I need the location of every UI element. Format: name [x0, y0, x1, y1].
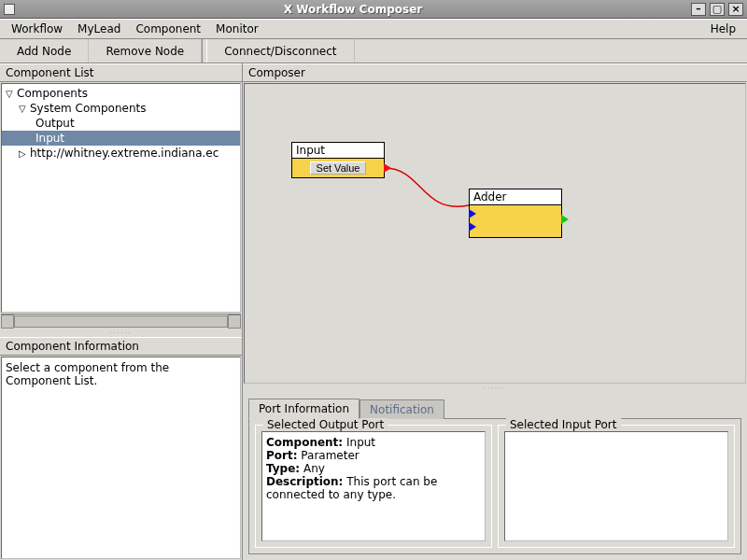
close-button[interactable]: ×	[728, 3, 743, 16]
port-information-panel: Selected Output Port Component: Input Po…	[248, 418, 741, 554]
composer-canvas[interactable]: Input Set Value Adder	[244, 83, 746, 384]
port-input-blue-icon[interactable]	[469, 209, 476, 218]
right-split-sash[interactable]: ······	[243, 385, 747, 392]
tree-item-whitney[interactable]: ▷http://whitney.extreme.indiana.ec	[2, 146, 240, 161]
selected-input-port-fieldset: Selected Input Port	[498, 425, 735, 548]
chevron-down-icon[interactable]: ▽	[19, 104, 28, 114]
tree-item-output[interactable]: Output	[2, 116, 240, 131]
port-input-blue-icon[interactable]	[469, 222, 476, 231]
tree-root-components[interactable]: ▽Components	[2, 86, 240, 101]
maximize-button[interactable]: ▢	[710, 3, 725, 16]
menu-workflow[interactable]: Workflow	[4, 21, 70, 37]
tree-item-input[interactable]: Input	[2, 131, 240, 146]
titlebar: X Workflow Composer – ▢ ×	[0, 0, 747, 19]
component-list-body: ▽Components ▽System Components Output In…	[1, 83, 241, 313]
menubar: Workflow MyLead Component Monitor Help	[0, 19, 747, 39]
component-tree[interactable]: ▽Components ▽System Components Output In…	[2, 84, 240, 161]
component-info-title: Component Information	[0, 337, 242, 356]
remove-node-button[interactable]: Remove Node	[89, 39, 202, 63]
component-list-hscrollbar[interactable]	[1, 314, 241, 329]
add-node-button[interactable]: Add Node	[0, 39, 89, 63]
tab-notification[interactable]: Notification	[359, 399, 444, 419]
port-output-green-icon[interactable]	[561, 215, 569, 224]
minimize-button[interactable]: –	[691, 3, 706, 16]
component-info-body: Select a component from the Component Li…	[1, 357, 241, 559]
bottom-tabs-row: Port Information Notification	[243, 392, 747, 418]
menu-component[interactable]: Component	[128, 21, 208, 37]
chevron-down-icon[interactable]: ▽	[6, 89, 15, 99]
menu-mylead[interactable]: MyLead	[70, 21, 128, 37]
toolbar: Add Node Remove Node Connect/Disconnect	[0, 39, 747, 63]
component-list-title: Component List	[0, 63, 242, 82]
menu-help[interactable]: Help	[703, 21, 743, 37]
node-input[interactable]: Input Set Value	[291, 142, 385, 178]
system-menu-icon[interactable]	[4, 4, 15, 15]
node-adder[interactable]: Adder	[469, 189, 562, 238]
chevron-right-icon[interactable]: ▷	[19, 148, 28, 159]
left-split-sash[interactable]: ······	[0, 329, 242, 337]
tree-system-components[interactable]: ▽System Components	[2, 101, 240, 116]
selected-input-port-body	[504, 431, 728, 541]
node-adder-title: Adder	[470, 189, 561, 205]
set-value-button[interactable]: Set Value	[310, 161, 367, 175]
selected-output-port-body: Component: Input Port: Parameter Type: A…	[261, 431, 486, 541]
selected-output-port-fieldset: Selected Output Port Component: Input Po…	[255, 425, 492, 548]
component-info-text: Select a component from the Component Li…	[6, 361, 169, 387]
selected-input-port-legend: Selected Input Port	[506, 418, 621, 431]
node-input-title: Input	[292, 143, 384, 159]
connect-disconnect-button[interactable]: Connect/Disconnect	[207, 39, 354, 63]
tab-port-information[interactable]: Port Information	[248, 399, 359, 419]
composer-title: Composer	[243, 63, 747, 82]
menu-monitor[interactable]: Monitor	[208, 21, 266, 37]
window-title: X Workflow Composer	[19, 3, 687, 16]
selected-output-port-legend: Selected Output Port	[263, 418, 388, 431]
port-output-red-icon[interactable]	[384, 163, 391, 173]
